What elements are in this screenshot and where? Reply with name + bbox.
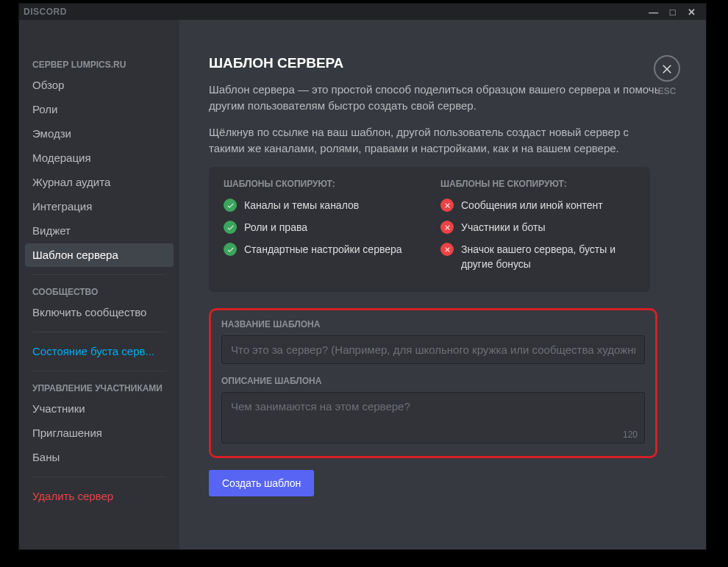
char-count: 120 bbox=[623, 429, 638, 440]
sidebar-item-integrations[interactable]: Интеграция bbox=[25, 195, 174, 218]
sidebar-item-emoji[interactable]: Эмодзи bbox=[25, 122, 174, 146]
sidebar-item-boost-status[interactable]: Состояние буста серв... bbox=[25, 340, 174, 363]
sidebar-header-server: СЕРВЕР LUMPICS.RU bbox=[25, 55, 174, 73]
check-icon bbox=[224, 221, 237, 234]
sidebar-item-enable-community[interactable]: Включить сообщество bbox=[25, 301, 174, 324]
wont-copy-header: ШАБЛОНЫ НЕ СКОПИРУЮТ: bbox=[440, 179, 635, 189]
sidebar-item-bans[interactable]: Баны bbox=[25, 446, 174, 469]
app-window: DISCORD — □ ✕ СЕРВЕР LUMPICS.RU Обзор Ро… bbox=[18, 3, 707, 550]
sidebar-header-community: СООБЩЕСТВО bbox=[25, 282, 174, 300]
sidebar-divider bbox=[32, 477, 166, 477]
sidebar-item-overview[interactable]: Обзор bbox=[25, 74, 174, 97]
esc-label: ESC bbox=[658, 86, 677, 96]
will-copy-text: Роли и права bbox=[244, 220, 307, 235]
wont-copy-text: Сообщения или иной контент bbox=[461, 198, 603, 213]
create-template-button[interactable]: Создать шаблон bbox=[209, 470, 314, 496]
wont-copy-item: Участники и боты bbox=[440, 220, 635, 235]
settings-sidebar: СЕРВЕР LUMPICS.RU Обзор Роли Эмодзи Моде… bbox=[19, 20, 179, 549]
check-icon bbox=[224, 199, 237, 212]
close-icon bbox=[660, 62, 674, 75]
wont-copy-item: Значок вашего сервера, бусты и другие бо… bbox=[440, 242, 635, 271]
sidebar-divider bbox=[32, 274, 166, 275]
cross-icon bbox=[440, 221, 454, 234]
page-description-2: Щёлкнув по ссылке на ваш шаблон, другой … bbox=[209, 124, 665, 157]
will-copy-item: Каналы и темы каналов bbox=[224, 198, 418, 213]
wont-copy-item: Сообщения или иной контент bbox=[440, 198, 635, 213]
template-desc-label: ОПИСАНИЕ ШАБЛОНА bbox=[221, 376, 645, 386]
sidebar-item-widget[interactable]: Виджет bbox=[25, 219, 174, 243]
close-settings-button[interactable] bbox=[654, 55, 680, 82]
page-description-1: Шаблон сервера — это простой способ поде… bbox=[209, 82, 665, 114]
will-copy-text: Стандартные настройки сервера bbox=[244, 242, 402, 257]
will-copy-header: ШАБЛОНЫ СКОПИРУЮТ: bbox=[224, 179, 418, 189]
window-maximize[interactable]: □ bbox=[663, 7, 682, 18]
template-desc-textarea[interactable] bbox=[221, 392, 645, 443]
template-name-label: НАЗВАНИЕ ШАБЛОНА bbox=[221, 319, 645, 329]
sidebar-item-delete-server[interactable]: Удалить сервер bbox=[25, 485, 174, 508]
template-copy-info-box: ШАБЛОНЫ СКОПИРУЮТ: Каналы и темы каналов… bbox=[209, 167, 650, 292]
sidebar-item-audit-log[interactable]: Журнал аудита bbox=[25, 171, 174, 194]
content-area: ESC ШАБЛОН СЕРВЕРА Шаблон сервера — это … bbox=[179, 20, 706, 549]
sidebar-divider bbox=[32, 371, 166, 371]
cross-icon bbox=[440, 243, 454, 256]
window-minimize[interactable]: — bbox=[644, 7, 663, 18]
titlebar: DISCORD — □ ✕ bbox=[19, 4, 706, 20]
sidebar-item-server-template[interactable]: Шаблон сервера bbox=[25, 243, 174, 267]
sidebar-item-invites[interactable]: Приглашения bbox=[25, 421, 174, 445]
sidebar-divider bbox=[32, 332, 166, 332]
will-copy-item: Роли и права bbox=[224, 220, 418, 235]
will-copy-item: Стандартные настройки сервера bbox=[224, 242, 418, 257]
app-name: DISCORD bbox=[24, 7, 67, 17]
sidebar-item-members[interactable]: Участники bbox=[25, 397, 174, 421]
window-close[interactable]: ✕ bbox=[682, 7, 702, 18]
sidebar-header-members: УПРАВЛЕНИЕ УЧАСТНИКАМИ bbox=[25, 379, 174, 396]
sidebar-item-roles[interactable]: Роли bbox=[25, 98, 174, 121]
wont-copy-text: Значок вашего сервера, бусты и другие бо… bbox=[461, 242, 635, 271]
sidebar-item-moderation[interactable]: Модерация bbox=[25, 146, 174, 170]
cross-icon bbox=[440, 199, 454, 212]
page-title: ШАБЛОН СЕРВЕРА bbox=[209, 55, 665, 71]
template-name-input[interactable] bbox=[221, 335, 645, 364]
check-icon bbox=[224, 243, 237, 256]
wont-copy-text: Участники и боты bbox=[461, 220, 545, 235]
will-copy-text: Каналы и темы каналов bbox=[244, 198, 359, 213]
template-form-highlight: НАЗВАНИЕ ШАБЛОНА ОПИСАНИЕ ШАБЛОНА 120 bbox=[209, 308, 657, 458]
